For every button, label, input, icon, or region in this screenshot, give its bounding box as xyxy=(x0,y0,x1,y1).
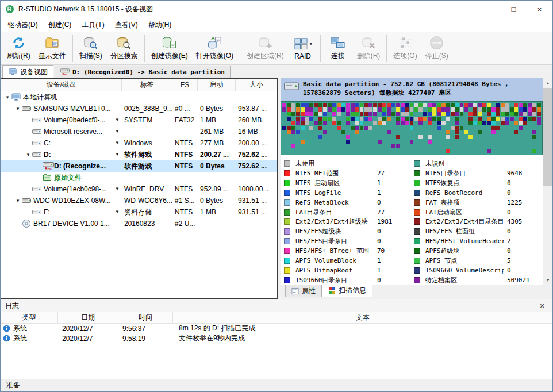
tree-row[interactable]: ▾SAMSUNG MZVLB1T0...0025_388B_9...#0 ...… xyxy=(1,103,277,114)
tab-properties[interactable]: 属性 xyxy=(285,285,322,297)
scan-block xyxy=(305,135,309,139)
expander-arrow[interactable]: ▾ xyxy=(14,106,22,112)
volume-dropdown-arrow[interactable]: ▼ xyxy=(115,152,120,157)
legend-count: 0 xyxy=(507,209,539,216)
tree-row[interactable]: 原始文件 xyxy=(1,172,277,183)
tree-row[interactable]: RecD: (Recognize...软件游戏NTFS0 Bytes752.62… xyxy=(1,160,277,172)
boot-cell: 1 MB xyxy=(198,114,236,126)
scan-block xyxy=(309,107,313,112)
connect-button[interactable]: 连接 xyxy=(323,33,353,63)
scroll-up-arrow-icon[interactable]: ▲ xyxy=(543,78,552,88)
scan-block xyxy=(378,112,382,116)
scan-block xyxy=(418,103,423,107)
expander-arrow[interactable]: ▾ xyxy=(3,94,11,100)
log-close-button[interactable]: × xyxy=(536,301,548,310)
dropdown-arrow-icon[interactable]: ▾ xyxy=(310,41,312,47)
tree-row[interactable]: ▾WDC WD10EZEX-08W...WD-WCC6Y6...#1 S...0… xyxy=(1,195,277,206)
menu-item[interactable]: 帮助(H) xyxy=(143,18,177,32)
scan-block xyxy=(468,117,473,121)
scan-block xyxy=(423,103,427,107)
log-column-header[interactable]: 类型 xyxy=(1,312,58,323)
tree-row[interactable]: C:▼WindowsNTFS277 MB200.00 ... xyxy=(1,137,277,149)
tab-recognized-partition[interactable]: RecD: (Recognized0) -> Basic data partit… xyxy=(55,66,231,78)
tree-row[interactable]: BR17 DEVICE V1.00 1...20160823#2 U... xyxy=(1,218,277,229)
scan-block xyxy=(437,126,441,130)
scan-block xyxy=(291,149,295,153)
tree-row[interactable]: Microsoft reserve...▼261 MB16 MB xyxy=(1,126,277,137)
disk-icon xyxy=(22,104,33,113)
legend-label: UFS/FFS 柱面组 xyxy=(425,227,504,236)
log-row[interactable]: 系统2020/12/79:58:19文件枚举在9秒内完成 xyxy=(1,333,552,343)
tree-row[interactable]: F:▼资料存储NTFS1 MB931.51 ... xyxy=(1,206,277,218)
scan-block xyxy=(396,135,400,139)
expander-arrow[interactable]: ▾ xyxy=(24,152,32,157)
scan-block xyxy=(491,103,496,107)
scan-block xyxy=(537,130,541,134)
tree-row[interactable]: Volume{1ecb0c98-...▼WinRE_DRVNTFS952.89 … xyxy=(1,183,277,195)
scan-block xyxy=(464,144,468,148)
tree-column-header[interactable]: 大小 xyxy=(236,79,277,91)
tree-row[interactable]: ▾本地计算机 xyxy=(1,91,277,103)
show-files-button[interactable]: 显示文件 xyxy=(34,33,70,63)
scrollbar-track[interactable] xyxy=(543,88,552,275)
scan-block xyxy=(360,121,364,125)
scan-block xyxy=(382,144,386,148)
volume-dropdown-arrow[interactable]: ▼ xyxy=(115,186,120,191)
scan-block xyxy=(473,149,477,153)
menu-item[interactable]: 创建(C) xyxy=(43,18,77,32)
expander-arrow[interactable]: ▾ xyxy=(14,198,22,203)
delete-button[interactable]: 删除(R) xyxy=(353,33,385,63)
minimize-button[interactable]: – xyxy=(475,1,501,18)
create-image-button[interactable]: 创建镜像(E) xyxy=(147,33,192,63)
tab-scaninfo[interactable]: 扫描信息 xyxy=(322,285,372,297)
scan-block xyxy=(441,149,446,153)
tree-column-header[interactable]: 标签 xyxy=(122,79,172,91)
scroll-down-arrow-icon[interactable]: ▼ xyxy=(543,275,552,285)
scan-block xyxy=(532,112,536,116)
stop-button[interactable]: STOP停止(S) xyxy=(421,33,452,63)
tree-row[interactable]: Volume{0bedecf0-...▼SYSTEMFAT321 MB260 M… xyxy=(1,114,277,126)
volume-dropdown-arrow[interactable]: ▼ xyxy=(115,209,120,214)
tab-device-view[interactable]: 设备视图 xyxy=(2,65,53,78)
device-name: Volume{1ecb0c98-... xyxy=(44,185,107,193)
menu-item[interactable]: 驱动器(D) xyxy=(2,18,43,32)
tree-column-header[interactable]: 启动 xyxy=(198,79,236,91)
volume-dropdown-arrow[interactable]: ▼ xyxy=(115,117,120,122)
scan-block xyxy=(301,107,305,112)
scrollbar-thumb[interactable] xyxy=(543,88,552,186)
scan-block xyxy=(387,144,391,148)
volume-dropdown-arrow[interactable]: ▼ xyxy=(115,129,120,134)
volume-dropdown-arrow[interactable]: ▼ xyxy=(115,140,120,145)
scan-block xyxy=(337,135,341,139)
scan-button[interactable]: 扫描(S) xyxy=(75,33,106,63)
tree-row[interactable]: ▾D:▼软件游戏NTFS200.27 ...752.62 ... xyxy=(1,149,277,160)
scan-block xyxy=(523,107,527,112)
scan-panel-scrollbar[interactable]: ▲ ▼ xyxy=(543,78,552,285)
log-row[interactable]: 系统2020/12/79:56:378m 12s 的 D: 扫描已完成 xyxy=(1,324,552,333)
scan-block xyxy=(323,112,327,116)
create-region-button[interactable]: 创建区域(R) xyxy=(243,33,288,63)
log-column-header[interactable]: 文本 xyxy=(173,312,552,323)
tree-column-header[interactable]: FS xyxy=(172,79,198,91)
log-column-header[interactable]: 日期 xyxy=(58,312,118,323)
open-image-button[interactable]: 打开镜像(O) xyxy=(192,33,237,63)
options-button[interactable]: 选项(O) xyxy=(389,33,421,63)
scan-block xyxy=(301,149,305,153)
app-icon xyxy=(5,5,14,14)
menu-item[interactable]: 工具(T) xyxy=(76,18,109,32)
legend-color-swatch xyxy=(284,228,290,235)
size-cell: 1000.00... xyxy=(236,183,277,195)
volume-icon xyxy=(32,185,44,194)
size-cell xyxy=(236,172,277,183)
scan-block xyxy=(401,140,405,144)
partition-search-button[interactable]: 分区搜索 xyxy=(106,33,142,63)
maximize-button[interactable]: □ xyxy=(501,1,527,18)
raid-button[interactable]: ▾RAID xyxy=(288,33,318,63)
log-column-header[interactable]: 时间 xyxy=(118,312,173,323)
scan-block xyxy=(464,140,468,144)
close-button[interactable]: × xyxy=(527,1,552,18)
log-time-cell: 9:56:37 xyxy=(118,325,173,333)
refresh-button[interactable]: 刷新(R) xyxy=(3,33,34,63)
menu-item[interactable]: 查看(V) xyxy=(110,18,143,32)
tree-column-header[interactable]: 设备/磁盘 xyxy=(1,79,122,91)
